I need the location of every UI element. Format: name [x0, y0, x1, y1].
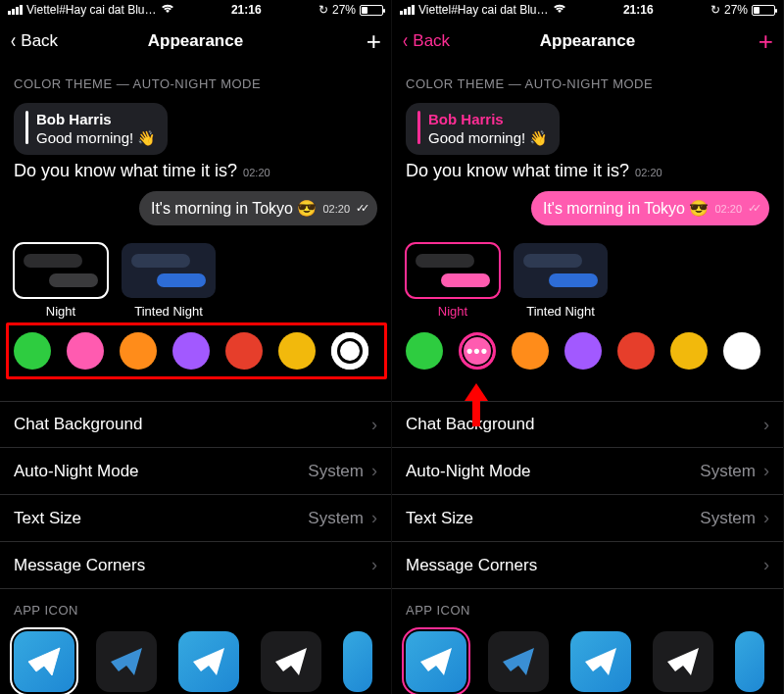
back-button[interactable]: ‹ Back — [402, 30, 450, 52]
theme-night[interactable]: Night — [406, 243, 500, 319]
add-button[interactable]: + — [759, 28, 773, 54]
signal-icon — [8, 5, 23, 15]
outgoing-text: It's morning in Tokyo 😎 — [151, 199, 318, 218]
theme-tinted-night[interactable]: Tinted Night — [514, 243, 608, 319]
wifi-icon — [553, 3, 566, 17]
app-icon-blue2[interactable] — [178, 631, 239, 692]
chevron-left-icon: ‹ — [11, 30, 16, 52]
app-icon-dark2[interactable] — [653, 631, 713, 692]
chevron-right-icon: › — [371, 415, 377, 435]
theme-tinted-preview — [514, 243, 608, 298]
swatch-white-selected[interactable] — [331, 332, 368, 370]
swatch-white[interactable] — [723, 332, 760, 370]
app-icon-dark[interactable] — [488, 631, 549, 692]
nav-bar: ‹ Back Appearance + — [0, 20, 391, 63]
status-bar: Viettel#Hay cai dat Blu… 21:16 ↻ 27% — [0, 0, 391, 20]
read-checks-icon: ✓✓ — [748, 202, 758, 215]
theme-night-preview — [14, 243, 108, 298]
paper-plane-icon — [107, 642, 146, 681]
chevron-right-icon: › — [763, 508, 769, 528]
row-auto-night[interactable]: Auto-Night Mode System › — [392, 448, 783, 495]
reply-bar — [417, 111, 420, 144]
plus-icon: + — [367, 26, 381, 56]
app-icon-row — [0, 625, 391, 692]
battery-pct: 27% — [724, 3, 748, 17]
theme-tinted-night[interactable]: Tinted Night — [122, 243, 216, 319]
screen-left: Viettel#Hay cai dat Blu… 21:16 ↻ 27% ‹ B… — [0, 0, 392, 694]
swatch-purple[interactable] — [564, 332, 602, 370]
theme-tinted-preview — [122, 243, 216, 298]
incoming-timestamp: 02:20 — [243, 167, 270, 178]
app-icon-dark2[interactable] — [261, 631, 321, 692]
back-label: Back — [413, 31, 450, 51]
row-label: Auto-Night Mode — [14, 462, 139, 481]
chat-preview: Bob Harris Good morning! 👋 Do you know w… — [392, 99, 783, 235]
app-icon-default[interactable] — [406, 631, 466, 692]
incoming-bubble: Bob Harris Good morning! 👋 — [14, 103, 168, 155]
theme-night-label: Night — [46, 304, 75, 319]
row-label: Text Size — [14, 509, 81, 528]
settings-list: Chat Background › Auto-Night Mode System… — [392, 401, 783, 589]
row-chat-background[interactable]: Chat Background › — [392, 401, 783, 448]
wifi-icon — [161, 3, 174, 17]
page-title: Appearance — [392, 31, 783, 51]
row-text-size[interactable]: Text Size System › — [0, 495, 391, 542]
swatch-yellow[interactable] — [670, 332, 708, 370]
orientation-lock-icon: ↻ — [710, 3, 720, 17]
settings-list: Chat Background › Auto-Night Mode System… — [0, 401, 391, 589]
paper-plane-icon — [499, 642, 538, 681]
row-value: System — [308, 509, 364, 528]
screen-right: Viettel#Hay cai dat Blu… 21:16 ↻ 27% ‹ B… — [392, 0, 784, 694]
app-icon-blue2[interactable] — [570, 631, 631, 692]
theme-row: Night Tinted Night — [0, 235, 391, 322]
theme-tinted-label: Tinted Night — [134, 304, 203, 319]
chevron-right-icon: › — [763, 415, 769, 435]
theme-night[interactable]: Night — [14, 243, 108, 319]
row-chat-background[interactable]: Chat Background › — [0, 401, 391, 448]
status-bar: Viettel#Hay cai dat Blu… 21:16 ↻ 27% — [392, 0, 783, 20]
section-color-theme: COLOR THEME — AUTO-NIGHT MODE — [392, 63, 783, 99]
app-icon-default[interactable] — [14, 631, 74, 692]
outgoing-timestamp: 02:20 — [714, 203, 742, 215]
chevron-right-icon: › — [371, 461, 377, 481]
row-message-corners[interactable]: Message Corners › — [0, 542, 391, 589]
row-label: Message Corners — [14, 556, 145, 575]
battery-icon — [752, 5, 775, 16]
battery-pct: 27% — [332, 3, 356, 17]
chevron-left-icon: ‹ — [403, 30, 408, 52]
section-app-icon: APP ICON — [0, 589, 391, 625]
row-text-size[interactable]: Text Size System › — [392, 495, 783, 542]
swatch-pink-selected[interactable]: ••• — [459, 332, 496, 370]
swatch-green[interactable] — [406, 332, 443, 370]
swatch-orange[interactable] — [512, 332, 549, 370]
app-icon-partial[interactable] — [343, 631, 372, 692]
theme-night-label: Night — [438, 304, 467, 319]
page-title: Appearance — [0, 31, 391, 51]
row-auto-night[interactable]: Auto-Night Mode System › — [0, 448, 391, 495]
theme-tinted-label: Tinted Night — [526, 304, 595, 319]
chevron-right-icon: › — [763, 461, 769, 481]
add-button[interactable]: + — [367, 28, 381, 54]
chat-preview: Bob Harris Good morning! 👋 Do you know w… — [0, 99, 391, 235]
outgoing-text: It's morning in Tokyo 😎 — [543, 199, 710, 218]
app-icon-partial[interactable] — [735, 631, 764, 692]
chevron-right-icon: › — [371, 555, 377, 575]
sender-name: Bob Harris — [36, 111, 156, 127]
row-label: Text Size — [406, 509, 473, 528]
accent-swatch-row — [0, 322, 391, 383]
back-button[interactable]: ‹ Back — [10, 30, 58, 52]
paper-plane-icon — [271, 642, 311, 681]
carrier-text: Viettel#Hay cai dat Blu… — [26, 3, 157, 17]
sender-name: Bob Harris — [428, 111, 548, 127]
theme-row: Night Tinted Night — [392, 235, 783, 322]
incoming-bubble: Bob Harris Good morning! 👋 — [406, 103, 560, 155]
read-checks-icon: ✓✓ — [356, 202, 366, 215]
app-icon-dark[interactable] — [96, 631, 157, 692]
paper-plane-icon — [189, 642, 228, 681]
battery-icon — [360, 5, 383, 16]
row-label: Message Corners — [406, 556, 537, 575]
row-value: System — [308, 462, 364, 481]
swatch-red[interactable] — [617, 332, 655, 370]
row-message-corners[interactable]: Message Corners › — [392, 542, 783, 589]
chevron-right-icon: › — [371, 508, 377, 528]
